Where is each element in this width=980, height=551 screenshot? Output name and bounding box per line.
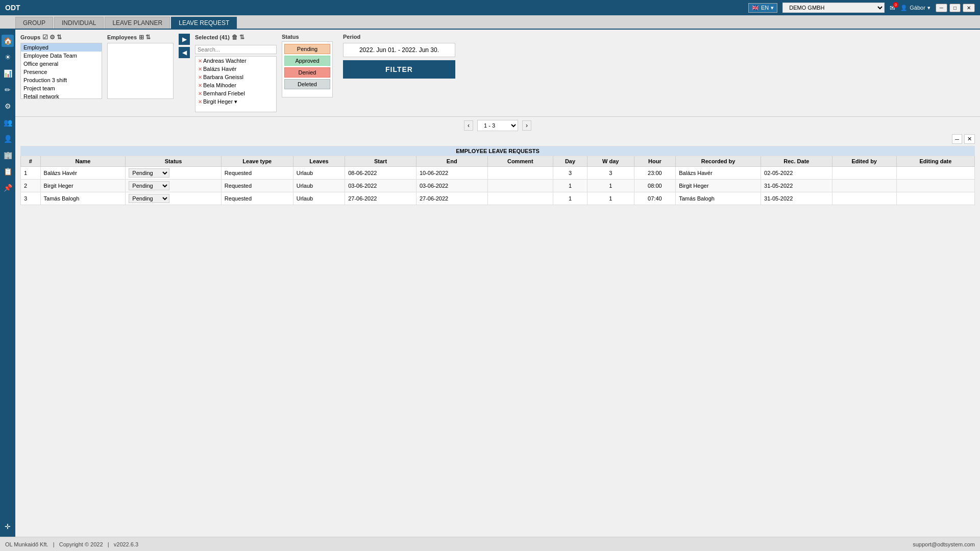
sidebar-icon-sun[interactable]: ☀ [2,51,14,63]
cell-name: Balázs Havér [40,167,126,180]
window-controls: ─ □ ✕ [936,4,975,12]
list-item: ✕ Balázs Havér [195,65,276,73]
list-item[interactable]: Office general [21,60,102,68]
list-item[interactable]: Project team [21,84,102,92]
employees-sort-icon[interactable]: ⇅ [145,34,151,41]
list-item: ✕ Bernhard Friebel [195,89,276,97]
selected-sort-icon[interactable]: ⇅ [239,34,244,41]
cell-wday: 1 [587,180,634,192]
chevron-down-icon: ▾ [927,5,930,11]
tab-individual[interactable]: INDIVIDUAL [54,17,104,29]
sidebar-icon-chart[interactable]: 📊 [2,67,14,80]
minimize-button[interactable]: ─ [936,4,947,12]
next-page-button[interactable]: › [522,120,531,131]
search-input[interactable] [195,45,277,54]
page-select[interactable]: 1 - 3 [477,120,518,131]
employees-list[interactable] [107,43,174,99]
employees-expand-icon[interactable]: ⊞ [139,34,144,41]
list-item: ✕ Bela Mihoder [195,81,276,89]
sidebar-icon-pin[interactable]: 📌 [2,182,14,194]
period-input[interactable] [343,43,455,57]
cell-wday: 3 [587,167,634,180]
main-layout: 🏠 ☀ 📊 ✏ ⚙ 👥 👤 🏢 📋 📌 ✛ Groups ☑ ⚙ ⇅ [0,30,980,537]
groups-filter: Groups ☑ ⚙ ⇅ Employed Employee Data Team… [20,34,102,99]
selected-trash-icon[interactable]: 🗑 [232,34,238,41]
list-item[interactable]: Presence [21,68,102,76]
groups-check-icon[interactable]: ☑ [42,34,48,41]
left-sidebar: 🏠 ☀ 📊 ✏ ⚙ 👥 👤 🏢 📋 📌 ✛ [0,30,15,537]
remove-icon[interactable]: ✕ [198,58,202,64]
cell-status[interactable]: Pending [126,167,222,180]
employees-filter: Employees ⊞ ⇅ [107,34,174,99]
company-selector[interactable]: DEMO GMBH [782,3,885,13]
cell-comment [487,180,553,192]
list-item: ✕ Andreas Wachter [195,57,276,65]
sidebar-icon-bottom[interactable]: ✛ [2,520,14,533]
chevron-down-icon: ▾ [771,5,774,11]
sidebar-icon-edit[interactable]: ✏ [2,84,14,96]
table-close-button[interactable]: ✕ [964,134,975,144]
groups-list[interactable]: Employed Employee Data Team Office gener… [20,43,102,99]
cell-end: 27-06-2022 [416,192,487,205]
col-edited-by: Edited by [832,156,896,167]
add-arrow-button[interactable]: ▶ [179,34,190,45]
mail-icon[interactable]: ✉ 0 [890,4,895,12]
col-hour: Hour [634,156,676,167]
remove-icon[interactable]: ✕ [198,74,202,80]
col-wday: W day [587,156,634,167]
remove-icon[interactable]: ✕ [198,83,202,88]
nav-tabs: GROUP INDIVIDUAL LEAVE PLANNER LEAVE REQ… [0,15,980,30]
list-item[interactable]: Employed [21,43,102,52]
list-item[interactable]: Retail network [21,92,102,99]
maximize-button[interactable]: □ [949,4,961,12]
cell-end: 10-06-2022 [416,167,487,180]
table-minimize-button[interactable]: ─ [952,134,962,144]
app-logo: ODT [5,4,20,12]
sidebar-icon-person[interactable]: 👤 [2,133,14,145]
tab-leave-request[interactable]: LEAVE REQUEST [171,17,237,29]
sidebar-icon-clipboard[interactable]: 📋 [2,165,14,178]
close-button[interactable]: ✕ [963,4,975,12]
flag-icon: 🇬🇧 [752,5,759,11]
filter-button[interactable]: FILTER [343,60,455,79]
col-leaves: Leaves [293,156,345,167]
bottom-bar: OL Munkaidő Kft. | Copyright © 2022 | v2… [0,537,980,551]
list-item[interactable]: Employee Data Team [21,52,102,60]
groups-filter-icon[interactable]: ⚙ [50,34,55,41]
col-leave-type: Leave type [221,156,293,167]
status-pending-button[interactable]: Pending [284,44,330,54]
cell-status[interactable]: Pending [126,180,222,192]
list-item[interactable]: Production 3 shift [21,76,102,84]
sidebar-icon-home[interactable]: 🏠 [2,35,14,47]
tab-leave-planner[interactable]: LEAVE PLANNER [105,17,170,29]
cell-hour: 08:00 [634,180,676,192]
status-deleted-button[interactable]: Deleted [284,79,330,89]
remove-icon[interactable]: ✕ [198,91,202,96]
remove-icon[interactable]: ✕ [198,99,202,105]
col-editing-date: Editing date [896,156,974,167]
remove-icon[interactable]: ✕ [198,66,202,72]
cell-day: 1 [553,180,587,192]
status-filter: Status Pending Approved Denied Deleted [282,34,333,97]
cell-editing-date [896,167,974,180]
remove-arrow-button[interactable]: ◀ [179,47,190,58]
cell-leave-type: Requested [221,180,293,192]
groups-sort-icon[interactable]: ⇅ [57,34,62,41]
table-row: 3 Tamás Balogh Pending Requested Urlaub … [21,192,975,205]
prev-page-button[interactable]: ‹ [464,120,473,131]
status-denied-button[interactable]: Denied [284,67,330,78]
status-approved-button[interactable]: Approved [284,56,330,66]
footer-support: support@odtsystem.com [913,541,975,547]
language-selector[interactable]: 🇬🇧 EN ▾ [748,3,777,13]
col-num: # [21,156,41,167]
sidebar-icon-settings[interactable]: ⚙ [2,100,14,112]
sidebar-icon-groups[interactable]: 👥 [2,116,14,129]
list-item: ✕ Birgit Heger ▾ [195,97,276,106]
user-menu[interactable]: 👤 Gábor ▾ [900,5,930,11]
table-title: EMPLOYEE LEAVE REQUESTS [21,146,975,156]
col-name: Name [40,156,126,167]
tab-group[interactable]: GROUP [15,17,53,29]
cell-status[interactable]: Pending [126,192,222,205]
sidebar-icon-building[interactable]: 🏢 [2,149,14,161]
cell-name: Tamás Balogh [40,192,126,205]
